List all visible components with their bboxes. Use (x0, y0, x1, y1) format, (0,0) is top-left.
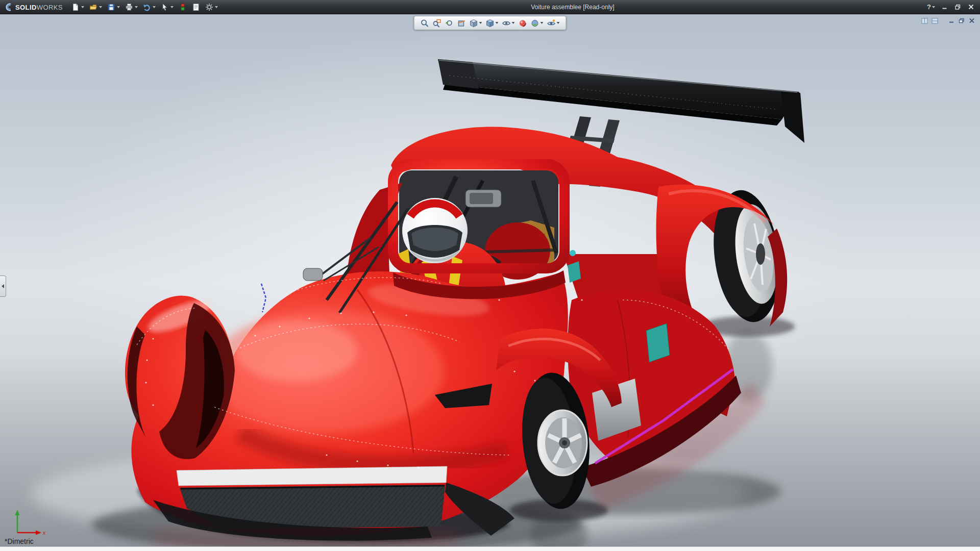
maximize-button[interactable] (951, 2, 964, 13)
pane-toggle-icon (932, 18, 938, 24)
dropdown-arrow-icon (496, 22, 499, 24)
solidworks-brand: SOLIDWORKS (0, 3, 69, 12)
dropdown-arrow-icon (170, 6, 174, 8)
close-icon (968, 4, 974, 10)
close-button[interactable] (965, 2, 977, 13)
print-icon (125, 3, 133, 11)
solidworks-window: SOLIDWORKS (0, 0, 980, 551)
titlebar: SOLIDWORKS (0, 0, 980, 14)
zoom-to-area-icon (433, 19, 442, 28)
view-orientation-icon (470, 19, 478, 28)
status-bar (0, 546, 980, 551)
section-view-button[interactable] (456, 17, 468, 29)
pane-toggle-button[interactable] (920, 17, 929, 24)
undo-icon (143, 3, 151, 11)
new-document-icon (71, 3, 80, 11)
open-button[interactable] (87, 1, 105, 14)
view-settings-button[interactable] (546, 17, 561, 29)
save-icon (107, 3, 115, 11)
zoom-to-fit-button[interactable] (419, 17, 431, 29)
dropdown-arrow-icon (932, 6, 935, 8)
hide-show-items-button[interactable] (501, 17, 517, 29)
open-folder-icon (89, 3, 97, 11)
pane-toggle-button[interactable] (930, 17, 939, 24)
options-button[interactable] (203, 1, 220, 14)
reference-triad[interactable]: x (12, 508, 49, 539)
brand-text-solid: SOLID (15, 4, 37, 11)
file-properties-icon (192, 3, 200, 11)
select-cursor-icon (161, 3, 169, 11)
file-properties-button[interactable] (189, 1, 203, 14)
section-view-icon (457, 19, 466, 28)
brand-text-works: WORKS (37, 4, 63, 11)
dropdown-arrow-icon (215, 6, 218, 8)
window-title: Voiture assemblee [Read-only] (220, 4, 925, 11)
triad-y-axis (15, 510, 20, 515)
doc-minimize-icon (948, 18, 954, 23)
driver-helmet (402, 198, 468, 263)
document-restore-button[interactable] (957, 17, 966, 24)
minimize-icon (942, 4, 947, 10)
view-settings-icon (547, 19, 556, 28)
dropdown-arrow-icon (557, 22, 560, 24)
window-controls: ? (925, 2, 980, 13)
previous-view-icon (445, 19, 454, 28)
display-style-icon (486, 19, 495, 28)
dropdown-arrow-icon (117, 6, 120, 8)
select-button[interactable] (158, 1, 176, 14)
dropdown-arrow-icon (153, 6, 156, 8)
help-icon: ? (927, 3, 931, 11)
dassault-3ds-logo (4, 3, 13, 12)
new-button[interactable] (69, 1, 87, 14)
apply-scene-icon (531, 19, 540, 28)
maximize-icon (955, 4, 961, 10)
display-style-button[interactable] (484, 17, 500, 29)
view-orientation-button[interactable] (468, 17, 484, 29)
triad-x-axis (36, 531, 41, 535)
zoom-to-fit-icon (421, 19, 429, 28)
help-button[interactable]: ? (925, 2, 937, 13)
dropdown-arrow-icon (135, 6, 138, 8)
zoom-to-area-button[interactable] (431, 17, 443, 29)
pane-toggle-icon (921, 18, 928, 24)
graphics-scene[interactable] (0, 14, 980, 551)
print-button[interactable] (122, 1, 140, 14)
save-button[interactable] (105, 1, 122, 14)
hide-show-items-icon (502, 19, 511, 28)
previous-view-button[interactable] (444, 17, 455, 29)
document-close-button[interactable] (967, 17, 976, 24)
undo-button[interactable] (140, 1, 158, 14)
chevron-left-icon (2, 284, 4, 288)
doc-restore-icon (959, 18, 965, 23)
main-toolbar (69, 0, 220, 14)
dropdown-arrow-icon (479, 22, 482, 24)
dropdown-arrow-icon (81, 6, 84, 8)
graphics-area[interactable]: *Dimetric x (0, 14, 980, 551)
dropdown-arrow-icon (99, 6, 102, 8)
doc-close-icon (969, 18, 975, 23)
triad-x-label: x (43, 530, 45, 536)
edit-appearance-button[interactable] (517, 17, 529, 29)
apply-scene-button[interactable] (529, 17, 545, 29)
options-icon (205, 3, 213, 11)
dropdown-arrow-icon (541, 22, 544, 24)
dropdown-arrow-icon (512, 22, 515, 24)
rebuild-button[interactable] (176, 1, 189, 14)
edit-appearance-icon (519, 19, 527, 28)
rebuild-icon (179, 3, 187, 11)
headsup-toolbar (414, 16, 567, 30)
document-minimize-button[interactable] (947, 17, 955, 24)
featuremanager-collapsed-tab[interactable] (0, 276, 6, 297)
document-window-controls (920, 17, 976, 24)
minimize-button[interactable] (938, 2, 950, 13)
